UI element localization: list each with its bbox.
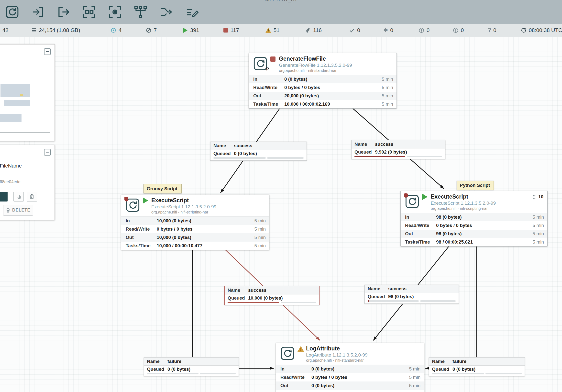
flow-canvas[interactable]: Groovy Script Python Script Namesuccess … bbox=[0, 37, 562, 392]
processor-stats: In0 (0 bytes)5 min Read/Write0 bytes / 0… bbox=[276, 365, 424, 392]
processor-glyph-icon: P bbox=[253, 57, 268, 71]
processor-stats: In98 (0 bytes)5 min Read/Write0 bytes / … bbox=[401, 213, 547, 246]
collapse-button[interactable]: − bbox=[44, 48, 51, 55]
run-status-running-icon bbox=[422, 193, 428, 200]
processor-icon[interactable] bbox=[5, 5, 19, 19]
processor-bundle: org.apache.nifi - nifi-standard-nar bbox=[306, 358, 421, 363]
backpressure-bars bbox=[228, 302, 316, 303]
birdseye-component bbox=[0, 114, 22, 122]
invalid-count: 51 bbox=[265, 24, 280, 37]
processor-stats: In0 (0 bytes)5 min Read/Write0 bytes / 0… bbox=[249, 75, 397, 108]
page-title: NIFI-TEST_CT bbox=[265, 0, 297, 2]
backpressure-bars bbox=[432, 373, 522, 374]
processor-title: LogAttribute bbox=[306, 345, 421, 352]
birdseye-label bbox=[20, 95, 23, 96]
backpressure-bars bbox=[368, 300, 456, 302]
refresh-icon bbox=[521, 27, 527, 33]
processor-title: ExecuteScript bbox=[431, 193, 544, 200]
stat-row-in: In10,000 (0 bytes)5 min bbox=[121, 217, 269, 225]
stale-count: 0 bbox=[419, 24, 430, 37]
stat-row-out: Out10,000 (0 bytes)5 min bbox=[121, 233, 269, 242]
primary-node-badge: P bbox=[266, 67, 269, 72]
locally-modified-stale-count: 0 bbox=[453, 24, 464, 37]
disabled-icon bbox=[305, 27, 311, 33]
stat-row-out: Out98 (0 bytes)5 min bbox=[401, 230, 547, 238]
label-python-script[interactable]: Python Script bbox=[457, 181, 494, 190]
active-threads-count: 42 bbox=[2, 24, 8, 37]
birdseye-map[interactable] bbox=[0, 77, 50, 132]
navigate-palette: − bbox=[0, 44, 55, 141]
connection-python-failure bbox=[425, 245, 477, 368]
stat-row-readwrite: Read/Write0 bytes / 0 bytes5 min bbox=[249, 83, 397, 92]
run-status-stopped-icon bbox=[270, 55, 276, 62]
check-icon bbox=[349, 27, 355, 33]
status-bar: 42 24,154 (1.08 GB) 4 7 391 117 51 116 0… bbox=[0, 24, 562, 37]
paste-button[interactable] bbox=[27, 192, 37, 202]
stat-row-readwrite: Read/Write0 bytes / 0 bytes5 min bbox=[401, 221, 547, 230]
label-groovy-script[interactable]: Groovy Script bbox=[143, 184, 182, 193]
processor-bundle: org.apache.nifi - nifi-scripting-nar bbox=[151, 210, 266, 215]
running-icon bbox=[183, 27, 188, 33]
stat-row-taskstime: Tasks/Time0 / 00:00:00.0005 min bbox=[276, 390, 424, 392]
processor-title: ExecuteScript bbox=[151, 197, 266, 204]
not-transmitting-count: 7 bbox=[146, 24, 157, 37]
connection-label-success-9902[interactable]: Namesuccess Queued9,902 (0 bytes) bbox=[351, 140, 445, 159]
connection-label-success-98[interactable]: Namesuccess Queued98 (0 bytes) bbox=[364, 285, 459, 304]
collapse-button[interactable]: − bbox=[44, 149, 51, 155]
processor-glyph-icon bbox=[281, 346, 294, 360]
funnel-icon[interactable] bbox=[134, 5, 147, 19]
processor-type: LogAttribute 1.12.1.3.5.2.0-99 bbox=[306, 352, 421, 358]
processor-type: ExecuteScript 1.12.1.3.5.2.0-99 bbox=[151, 204, 266, 210]
stat-row-in: In0 (0 bytes)5 min bbox=[276, 365, 424, 373]
processor-bundle: org.apache.nifi - nifi-scripting-nar bbox=[431, 206, 544, 211]
processor-glyph-icon bbox=[405, 194, 419, 209]
operate-palette: − FileName ff8ee04ede DELETE bbox=[0, 145, 55, 220]
copy-icon bbox=[16, 194, 21, 199]
stat-row-out: Out0 (0 bytes)5 min bbox=[276, 381, 424, 390]
list-icon bbox=[31, 27, 37, 33]
question-icon: ? bbox=[488, 27, 491, 34]
transmitting-icon bbox=[110, 27, 116, 33]
running-count: 391 bbox=[183, 24, 199, 37]
processor-type: ExecuteScript 1.12.1.3.5.2.0-99 bbox=[431, 200, 544, 206]
invalid-icon bbox=[265, 27, 271, 33]
birdseye-component bbox=[0, 84, 30, 97]
processor-executescript-groovy[interactable]: ExecuteScript ExecuteScript 1.12.1.3.5.2… bbox=[121, 195, 269, 250]
template-icon[interactable] bbox=[159, 5, 173, 19]
delete-button[interactable]: DELETE bbox=[3, 205, 33, 216]
stat-row-taskstime: Tasks/Time98 / 00:00:25.6215 min bbox=[401, 238, 547, 246]
processor-title: GenerateFlowFile bbox=[279, 56, 393, 62]
label-icon[interactable] bbox=[185, 5, 199, 19]
connection-label-success-10000[interactable]: Namesuccess Queued10,000 (0 bytes) bbox=[224, 286, 319, 305]
sync-failure-count: ? 0 bbox=[488, 24, 496, 37]
input-port-icon[interactable] bbox=[31, 5, 45, 19]
output-port-icon[interactable] bbox=[57, 5, 70, 19]
stat-row-in: In0 (0 bytes)5 min bbox=[249, 75, 397, 83]
processor-type: GenerateFlowFile 1.12.1.3.5.2.0-99 bbox=[279, 62, 393, 68]
not-transmitting-icon bbox=[146, 27, 152, 33]
connection-label-failure-right[interactable]: Namefailure Queued0 (0 bytes) bbox=[429, 357, 525, 376]
processor-executescript-python[interactable]: ExecuteScript ExecuteScript 1.12.1.3.5.2… bbox=[400, 191, 548, 247]
connection-label-success-0[interactable]: Namesuccess Queued0 (0 bytes) bbox=[210, 142, 307, 161]
palette-button-partial[interactable] bbox=[0, 192, 8, 202]
arrow-up-circle-icon bbox=[419, 27, 424, 33]
stat-row-in: In98 (0 bytes)5 min bbox=[401, 213, 547, 221]
run-status-running-icon bbox=[143, 196, 148, 204]
active-tasks-badge: 10 bbox=[533, 194, 543, 200]
asterisk-icon: ✱ bbox=[383, 27, 388, 34]
remote-process-group-icon[interactable] bbox=[108, 5, 122, 19]
trash-icon bbox=[6, 208, 10, 213]
processor-stats: In10,000 (0 bytes)5 min Read/Write0 byte… bbox=[121, 216, 269, 250]
selected-component-id: ff8ee04ede bbox=[0, 179, 21, 184]
last-refresh: 08:00:38 UTC bbox=[521, 24, 562, 37]
process-group-icon[interactable] bbox=[82, 5, 96, 19]
connection-label-failure-left[interactable]: Namefailure Queued0 (0 bytes) bbox=[144, 357, 239, 376]
stat-row-readwrite: Read/Write0 bytes / 0 bytes5 min bbox=[121, 225, 269, 233]
paste-icon bbox=[29, 194, 34, 199]
backpressure-bars bbox=[147, 373, 236, 374]
processor-generateflowfile[interactable]: P GenerateFlowFile GenerateFlowFile 1.12… bbox=[249, 53, 397, 108]
backpressure-bars bbox=[354, 156, 442, 157]
copy-button[interactable] bbox=[13, 192, 24, 202]
transmitting-count: 4 bbox=[110, 24, 121, 37]
processor-logattribute[interactable]: ! LogAttribute LogAttribute 1.12.1.3.5.2… bbox=[276, 343, 424, 392]
